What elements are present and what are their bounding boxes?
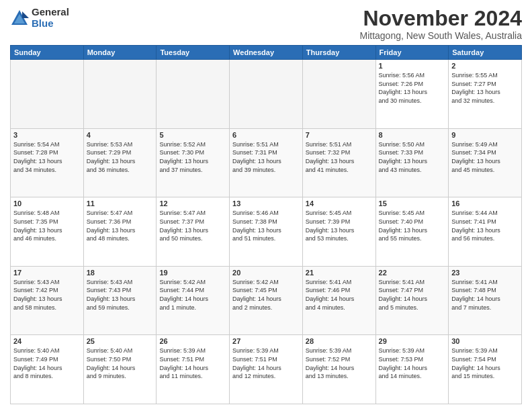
day-number: 9 <box>451 131 519 139</box>
day-number: 18 <box>87 269 154 277</box>
day-number: 12 <box>159 199 226 208</box>
calendar-cell: 9Sunrise: 5:49 AM Sunset: 7:34 PM Daylig… <box>449 128 522 197</box>
calendar-cell <box>83 60 157 129</box>
day-number: 26 <box>159 337 226 345</box>
day-info: Sunrise: 5:43 AM Sunset: 7:42 PM Dayligh… <box>13 278 81 312</box>
day-info: Sunrise: 5:55 AM Sunset: 7:27 PM Dayligh… <box>451 71 519 105</box>
calendar-cell: 3Sunrise: 5:54 AM Sunset: 7:28 PM Daylig… <box>11 128 84 197</box>
calendar-cell: 19Sunrise: 5:42 AM Sunset: 7:44 PM Dayli… <box>157 266 230 335</box>
calendar-cell: 8Sunrise: 5:50 AM Sunset: 7:33 PM Daylig… <box>375 128 449 197</box>
logo-general: General <box>32 7 69 18</box>
day-number: 13 <box>232 199 300 208</box>
logo-text: General Blue <box>32 7 69 29</box>
day-number: 20 <box>232 269 300 277</box>
calendar-cell: 22Sunrise: 5:41 AM Sunset: 7:47 PM Dayli… <box>375 266 449 335</box>
day-number: 7 <box>306 131 373 139</box>
svg-marker-2 <box>22 11 29 18</box>
day-number: 22 <box>379 269 446 277</box>
day-number: 1 <box>379 62 446 70</box>
calendar-cell: 11Sunrise: 5:47 AM Sunset: 7:36 PM Dayli… <box>83 197 157 267</box>
day-info: Sunrise: 5:40 AM Sunset: 7:49 PM Dayligh… <box>13 347 81 380</box>
calendar-cell: 29Sunrise: 5:39 AM Sunset: 7:53 PM Dayli… <box>375 335 449 404</box>
day-info: Sunrise: 5:52 AM Sunset: 7:30 PM Dayligh… <box>159 140 226 174</box>
calendar-cell: 12Sunrise: 5:47 AM Sunset: 7:37 PM Dayli… <box>157 197 230 267</box>
calendar-cell: 1Sunrise: 5:56 AM Sunset: 7:26 PM Daylig… <box>375 60 449 129</box>
day-number: 27 <box>232 337 300 345</box>
day-info: Sunrise: 5:41 AM Sunset: 7:48 PM Dayligh… <box>451 278 519 312</box>
calendar-cell <box>230 60 303 129</box>
header: General Blue November 2024 Mittagong, Ne… <box>10 7 522 41</box>
day-number: 17 <box>13 269 81 277</box>
day-number: 16 <box>451 199 519 208</box>
calendar-week-row: 1Sunrise: 5:56 AM Sunset: 7:26 PM Daylig… <box>11 60 522 129</box>
calendar-cell: 17Sunrise: 5:43 AM Sunset: 7:42 PM Dayli… <box>11 266 84 335</box>
calendar-cell: 4Sunrise: 5:53 AM Sunset: 7:29 PM Daylig… <box>83 128 157 197</box>
day-info: Sunrise: 5:42 AM Sunset: 7:45 PM Dayligh… <box>232 278 300 312</box>
day-info: Sunrise: 5:39 AM Sunset: 7:51 PM Dayligh… <box>232 347 300 380</box>
day-number: 3 <box>13 131 81 139</box>
day-number: 19 <box>159 269 226 277</box>
day-number: 2 <box>451 62 519 70</box>
calendar-cell <box>302 60 375 129</box>
calendar-cell: 27Sunrise: 5:39 AM Sunset: 7:51 PM Dayli… <box>230 335 303 404</box>
day-info: Sunrise: 5:45 AM Sunset: 7:40 PM Dayligh… <box>379 209 446 242</box>
day-info: Sunrise: 5:42 AM Sunset: 7:44 PM Dayligh… <box>159 278 226 312</box>
day-info: Sunrise: 5:46 AM Sunset: 7:38 PM Dayligh… <box>232 209 300 242</box>
weekday-header: Friday <box>375 46 449 60</box>
day-info: Sunrise: 5:39 AM Sunset: 7:52 PM Dayligh… <box>306 347 373 380</box>
day-info: Sunrise: 5:50 AM Sunset: 7:33 PM Dayligh… <box>379 140 446 174</box>
day-info: Sunrise: 5:41 AM Sunset: 7:46 PM Dayligh… <box>306 278 373 312</box>
calendar-cell: 30Sunrise: 5:39 AM Sunset: 7:54 PM Dayli… <box>449 335 522 404</box>
day-info: Sunrise: 5:47 AM Sunset: 7:37 PM Dayligh… <box>159 209 226 242</box>
calendar-week-row: 17Sunrise: 5:43 AM Sunset: 7:42 PM Dayli… <box>11 266 522 335</box>
day-info: Sunrise: 5:54 AM Sunset: 7:28 PM Dayligh… <box>13 140 81 174</box>
day-info: Sunrise: 5:40 AM Sunset: 7:50 PM Dayligh… <box>87 347 154 380</box>
day-number: 25 <box>87 337 154 345</box>
calendar-cell: 28Sunrise: 5:39 AM Sunset: 7:52 PM Dayli… <box>302 335 375 404</box>
logo-blue-text: Blue <box>32 18 69 30</box>
day-info: Sunrise: 5:44 AM Sunset: 7:41 PM Dayligh… <box>451 209 519 242</box>
month-title: November 2024 <box>360 7 523 30</box>
day-number: 11 <box>87 199 154 208</box>
day-info: Sunrise: 5:51 AM Sunset: 7:32 PM Dayligh… <box>306 140 373 174</box>
day-info: Sunrise: 5:56 AM Sunset: 7:26 PM Dayligh… <box>379 71 446 105</box>
logo: General Blue <box>10 7 69 29</box>
calendar-week-row: 3Sunrise: 5:54 AM Sunset: 7:28 PM Daylig… <box>11 128 522 197</box>
calendar-cell: 20Sunrise: 5:42 AM Sunset: 7:45 PM Dayli… <box>230 266 303 335</box>
day-info: Sunrise: 5:45 AM Sunset: 7:39 PM Dayligh… <box>306 209 373 242</box>
calendar-cell <box>11 60 84 129</box>
day-number: 8 <box>379 131 446 139</box>
day-number: 28 <box>306 337 373 345</box>
calendar-cell: 10Sunrise: 5:48 AM Sunset: 7:35 PM Dayli… <box>11 197 84 267</box>
day-number: 14 <box>306 199 373 208</box>
calendar-cell: 7Sunrise: 5:51 AM Sunset: 7:32 PM Daylig… <box>302 128 375 197</box>
day-number: 29 <box>379 337 446 345</box>
day-number: 30 <box>451 337 519 345</box>
calendar-cell: 21Sunrise: 5:41 AM Sunset: 7:46 PM Dayli… <box>302 266 375 335</box>
day-number: 6 <box>232 131 300 139</box>
calendar-cell: 16Sunrise: 5:44 AM Sunset: 7:41 PM Dayli… <box>449 197 522 267</box>
day-info: Sunrise: 5:39 AM Sunset: 7:51 PM Dayligh… <box>159 347 226 380</box>
day-number: 21 <box>306 269 373 277</box>
calendar-week-row: 10Sunrise: 5:48 AM Sunset: 7:35 PM Dayli… <box>11 197 522 267</box>
day-info: Sunrise: 5:53 AM Sunset: 7:29 PM Dayligh… <box>87 140 154 174</box>
day-number: 5 <box>159 131 226 139</box>
day-info: Sunrise: 5:39 AM Sunset: 7:53 PM Dayligh… <box>379 347 446 380</box>
day-info: Sunrise: 5:51 AM Sunset: 7:31 PM Dayligh… <box>232 140 300 174</box>
calendar-cell: 24Sunrise: 5:40 AM Sunset: 7:49 PM Dayli… <box>11 335 84 404</box>
logo-icon <box>10 9 29 28</box>
day-number: 24 <box>13 337 81 345</box>
calendar-cell: 14Sunrise: 5:45 AM Sunset: 7:39 PM Dayli… <box>302 197 375 267</box>
weekday-header: Monday <box>83 46 157 60</box>
calendar-table: SundayMondayTuesdayWednesdayThursdayFrid… <box>10 45 522 404</box>
weekday-header: Wednesday <box>230 46 303 60</box>
calendar-week-row: 24Sunrise: 5:40 AM Sunset: 7:49 PM Dayli… <box>11 335 522 404</box>
calendar-cell: 18Sunrise: 5:43 AM Sunset: 7:43 PM Dayli… <box>83 266 157 335</box>
calendar-cell: 15Sunrise: 5:45 AM Sunset: 7:40 PM Dayli… <box>375 197 449 267</box>
day-number: 4 <box>87 131 154 139</box>
weekday-header: Tuesday <box>157 46 230 60</box>
calendar-cell <box>157 60 230 129</box>
location: Mittagong, New South Wales, Australia <box>360 30 523 41</box>
calendar-cell: 2Sunrise: 5:55 AM Sunset: 7:27 PM Daylig… <box>449 60 522 129</box>
day-info: Sunrise: 5:47 AM Sunset: 7:36 PM Dayligh… <box>87 209 154 242</box>
